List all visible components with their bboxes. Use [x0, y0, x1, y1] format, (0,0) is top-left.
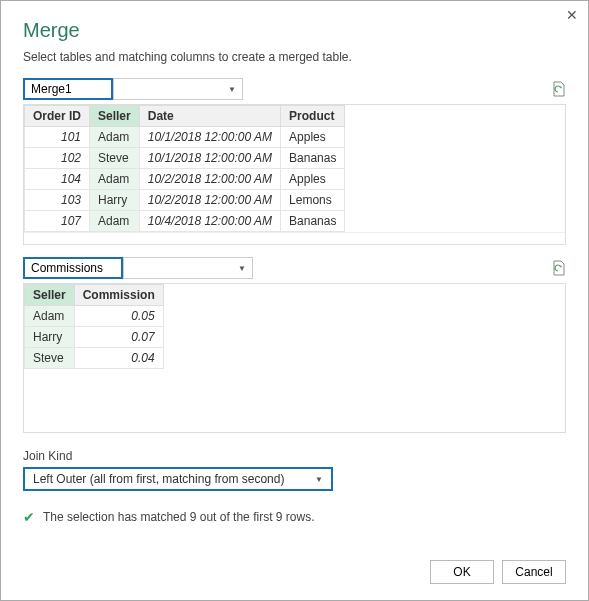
- ok-button[interactable]: OK: [430, 560, 494, 584]
- table-row[interactable]: Adam0.05: [25, 306, 164, 327]
- column-header[interactable]: Product: [281, 106, 345, 127]
- table-cell: 0.05: [74, 306, 163, 327]
- table2-name-input[interactable]: [23, 257, 123, 279]
- joinkind-select[interactable]: Left Outer (all from first, matching fro…: [23, 467, 333, 491]
- table2-column-dropdown[interactable]: ▼: [123, 257, 253, 279]
- table-row[interactable]: 102Steve10/1/2018 12:00:00 AMBananas: [25, 148, 345, 169]
- column-header[interactable]: Date: [139, 106, 280, 127]
- table-cell: Apples: [281, 127, 345, 148]
- table-cell: 0.07: [74, 327, 163, 348]
- table-row[interactable]: 104Adam10/2/2018 12:00:00 AMApples: [25, 169, 345, 190]
- dialog-title: Merge: [23, 19, 566, 42]
- table-cell: 0.04: [74, 348, 163, 369]
- dialog-subtitle: Select tables and matching columns to cr…: [23, 50, 566, 64]
- chevron-down-icon: ▼: [315, 475, 323, 484]
- table-cell: Adam: [90, 211, 140, 232]
- table-cell: 104: [25, 169, 90, 190]
- table1-grid[interactable]: Order IDSellerDateProduct101Adam10/1/201…: [23, 104, 566, 245]
- table1-column-dropdown[interactable]: ▼: [113, 78, 243, 100]
- table2-section: ▼ SellerCommissionAdam0.05Harry0.07Steve…: [23, 257, 566, 433]
- refresh-icon[interactable]: [550, 260, 566, 276]
- table-cell: 10/4/2018 12:00:00 AM: [139, 211, 280, 232]
- table-cell: 10/2/2018 12:00:00 AM: [139, 190, 280, 211]
- table1-name-input[interactable]: [23, 78, 113, 100]
- table-cell: 10/2/2018 12:00:00 AM: [139, 169, 280, 190]
- column-header[interactable]: Seller: [90, 106, 140, 127]
- column-header[interactable]: Commission: [74, 285, 163, 306]
- table-row[interactable]: 103Harry10/2/2018 12:00:00 AMLemons: [25, 190, 345, 211]
- table-cell: 107: [25, 211, 90, 232]
- cancel-button[interactable]: Cancel: [502, 560, 566, 584]
- table-cell: 102: [25, 148, 90, 169]
- table-cell: Harry: [90, 190, 140, 211]
- table-cell: 10/1/2018 12:00:00 AM: [139, 127, 280, 148]
- table-cell: Harry: [25, 327, 75, 348]
- table1-section: ▼ Order IDSellerDateProduct101Adam10/1/2…: [23, 78, 566, 245]
- table-cell: Bananas: [281, 211, 345, 232]
- table-cell: Lemons: [281, 190, 345, 211]
- table-cell: 103: [25, 190, 90, 211]
- table-cell: Adam: [25, 306, 75, 327]
- table-cell: Adam: [90, 169, 140, 190]
- table-row[interactable]: Steve0.04: [25, 348, 164, 369]
- joinkind-value: Left Outer (all from first, matching fro…: [33, 472, 284, 486]
- refresh-icon[interactable]: [550, 81, 566, 97]
- table-cell: Adam: [90, 127, 140, 148]
- close-icon[interactable]: ✕: [566, 7, 578, 23]
- status-row: ✔ The selection has matched 9 out of the…: [23, 509, 566, 525]
- joinkind-label: Join Kind: [23, 449, 566, 463]
- table-row[interactable]: Harry0.07: [25, 327, 164, 348]
- table-row[interactable]: 101Adam10/1/2018 12:00:00 AMApples: [25, 127, 345, 148]
- column-header[interactable]: Order ID: [25, 106, 90, 127]
- merge-dialog: ✕ Merge Select tables and matching colum…: [0, 0, 589, 601]
- table-cell: Steve: [90, 148, 140, 169]
- status-text: The selection has matched 9 out of the f…: [43, 510, 314, 524]
- chevron-down-icon: ▼: [238, 264, 246, 273]
- table2-grid[interactable]: SellerCommissionAdam0.05Harry0.07Steve0.…: [23, 283, 566, 433]
- table-cell: 101: [25, 127, 90, 148]
- table-cell: Bananas: [281, 148, 345, 169]
- table-cell: Apples: [281, 169, 345, 190]
- chevron-down-icon: ▼: [228, 85, 236, 94]
- table-cell: 10/1/2018 12:00:00 AM: [139, 148, 280, 169]
- column-header[interactable]: Seller: [25, 285, 75, 306]
- table-cell: Steve: [25, 348, 75, 369]
- check-icon: ✔: [23, 509, 35, 525]
- table-row[interactable]: 107Adam10/4/2018 12:00:00 AMBananas: [25, 211, 345, 232]
